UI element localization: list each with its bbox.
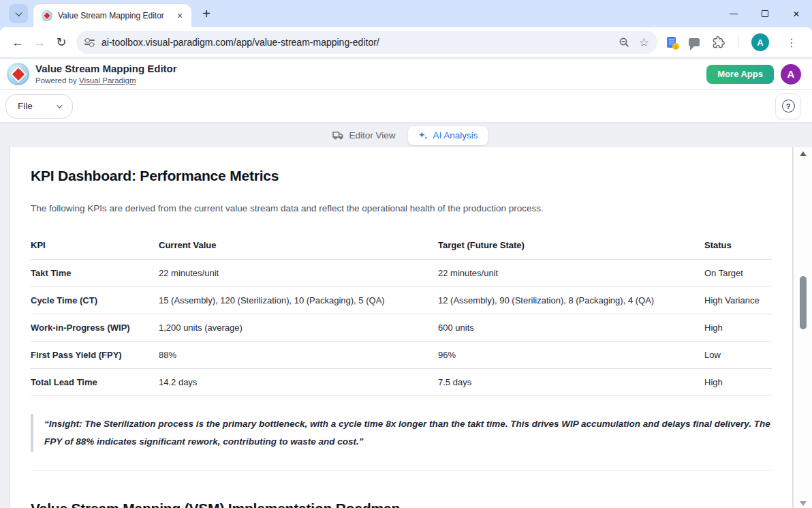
app-header: Value Stream Mapping Editor Powered by V…: [0, 59, 812, 90]
cell-current: 88%: [159, 342, 438, 369]
window-controls: ×: [718, 0, 812, 27]
cell-kpi: Work-in-Progress (WIP): [31, 314, 159, 342]
table-row: Total Lead Time 14.2 days 7.5 days High: [31, 369, 772, 396]
page-scrollbar[interactable]: [793, 147, 812, 508]
table-header-row: KPI Current Value Target (Future State) …: [31, 233, 772, 260]
cell-kpi: Cycle Time (CT): [31, 287, 159, 314]
col-header-status: Status: [704, 233, 772, 260]
col-header-target: Target (Future State): [438, 233, 704, 260]
app-title: Value Stream Mapping Editor: [35, 63, 177, 76]
close-window-button[interactable]: ×: [781, 0, 812, 27]
visual-paradigm-favicon-icon: [42, 10, 52, 21]
insight-quote: “Insight: The Sterilization process is t…: [31, 414, 772, 451]
minimize-button[interactable]: [718, 0, 749, 27]
browser-tab-strip: Value Stream Mapping Editor × + ×: [0, 0, 812, 27]
file-menu-button[interactable]: File: [5, 94, 73, 119]
cell-current: 14.2 days: [159, 369, 438, 396]
roadmap-heading: Value Stream Mapping (VSM) Implementatio…: [31, 500, 772, 508]
truck-icon: [332, 130, 344, 141]
ai-analysis-label: AI Analysis: [433, 130, 478, 140]
scroll-down-arrow-icon[interactable]: [800, 501, 807, 506]
extension-area: ↓ A ⋮: [663, 33, 805, 51]
kpi-table: KPI Current Value Target (Future State) …: [31, 233, 772, 396]
extensions-puzzle-icon[interactable]: [713, 36, 725, 48]
visual-paradigm-link[interactable]: Visual Paradigm: [79, 76, 136, 85]
menu-bar: File ?: [0, 90, 812, 123]
tab-search-button[interactable]: [9, 4, 28, 23]
browser-toolbar: ← → ↻ ai-toolbox.visual-paradigm.com/app…: [0, 27, 812, 58]
url-text[interactable]: ai-toolbox.visual-paradigm.com/app/value…: [102, 37, 609, 48]
minimize-icon: [730, 14, 738, 14]
help-icon: ?: [782, 100, 795, 113]
zoom-out-icon[interactable]: [619, 37, 629, 48]
cell-status: Low: [704, 342, 772, 369]
maximize-button[interactable]: [749, 0, 781, 27]
browser-tab-active[interactable]: Value Stream Mapping Editor ×: [33, 4, 191, 27]
tab-ai-analysis[interactable]: AI Analysis: [408, 126, 488, 145]
cell-target: 600 units: [438, 314, 704, 342]
cell-kpi: First Pass Yield (FPY): [31, 342, 159, 369]
app-titles: Value Stream Mapping Editor Powered by V…: [35, 63, 177, 85]
chevron-down-icon: [15, 10, 22, 16]
tab-close-icon[interactable]: ×: [174, 10, 186, 22]
reload-button[interactable]: ↻: [50, 31, 72, 53]
editor-view-label: Editor View: [349, 130, 395, 140]
kpi-intro-text: The following KPIs are derived from the …: [31, 202, 772, 215]
table-row: First Pass Yield (FPY) 88% 96% Low: [31, 342, 772, 369]
cell-current: 1,200 units (average): [159, 314, 438, 342]
scroll-up-arrow-icon[interactable]: [800, 151, 807, 156]
cell-current: 15 (Assembly), 120 (Sterilization), 10 (…: [159, 287, 438, 314]
cell-target: 7.5 days: [438, 369, 704, 396]
close-icon: ×: [793, 8, 800, 20]
table-row: Cycle Time (CT) 15 (Assembly), 120 (Ster…: [31, 287, 772, 314]
cell-status: High Variance: [704, 287, 772, 314]
cell-status: High: [704, 369, 772, 396]
app-user-avatar[interactable]: A: [781, 64, 801, 85]
toolbar-divider: [738, 35, 738, 49]
cell-kpi: Takt Time: [31, 260, 159, 287]
cell-current: 22 minutes/unit: [159, 260, 438, 287]
powered-by-text: Powered by: [35, 76, 77, 85]
file-menu-label: File: [18, 101, 33, 111]
ai-sparkle-icon: [418, 130, 428, 141]
help-button[interactable]: ?: [775, 93, 801, 119]
browser-menu-kebab-icon[interactable]: ⋮: [782, 36, 801, 49]
feedback-bubble-icon[interactable]: [689, 38, 700, 46]
tab-title: Value Stream Mapping Editor: [58, 11, 174, 20]
maximize-icon: [762, 10, 768, 17]
col-header-kpi: KPI: [31, 233, 159, 260]
cell-status: On Target: [704, 260, 772, 287]
back-button[interactable]: ←: [7, 31, 29, 53]
more-apps-button[interactable]: More Apps: [706, 65, 774, 84]
site-settings-icon[interactable]: [84, 38, 95, 47]
scrollbar-thumb[interactable]: [800, 276, 807, 329]
docs-offline-extension-icon[interactable]: ↓: [667, 37, 676, 48]
content-area: KPI Dashboard: Performance Metrics The f…: [0, 147, 812, 508]
table-row: Takt Time 22 minutes/unit 22 minutes/uni…: [31, 260, 772, 287]
table-row: Work-in-Progress (WIP) 1,200 units (aver…: [31, 314, 772, 342]
kpi-dashboard-heading: KPI Dashboard: Performance Metrics: [31, 168, 772, 184]
cell-target: 96%: [438, 342, 704, 369]
cell-target: 12 (Assembly), 90 (Sterilization), 8 (Pa…: [438, 287, 704, 314]
address-bar[interactable]: ai-toolbox.visual-paradigm.com/app/value…: [76, 31, 657, 54]
ai-analysis-panel: KPI Dashboard: Performance Metrics The f…: [10, 147, 793, 508]
bookmark-star-icon[interactable]: ☆: [639, 35, 649, 50]
new-tab-button[interactable]: +: [197, 4, 216, 23]
visual-paradigm-logo-icon: [7, 63, 29, 85]
chevron-down-icon: [57, 102, 62, 108]
forward-button[interactable]: →: [29, 31, 50, 53]
view-switcher: Editor View AI Analysis: [0, 123, 812, 147]
cell-kpi: Total Lead Time: [31, 369, 159, 396]
cell-target: 22 minutes/unit: [438, 260, 704, 287]
browser-profile-avatar[interactable]: A: [751, 33, 769, 51]
tab-editor-view[interactable]: Editor View: [324, 125, 403, 145]
cell-status: High: [704, 314, 772, 342]
col-header-current: Current Value: [159, 233, 438, 260]
section-divider: [31, 470, 772, 470]
download-badge-icon: ↓: [672, 43, 679, 50]
powered-by-line: Powered by Visual Paradigm: [35, 76, 177, 85]
